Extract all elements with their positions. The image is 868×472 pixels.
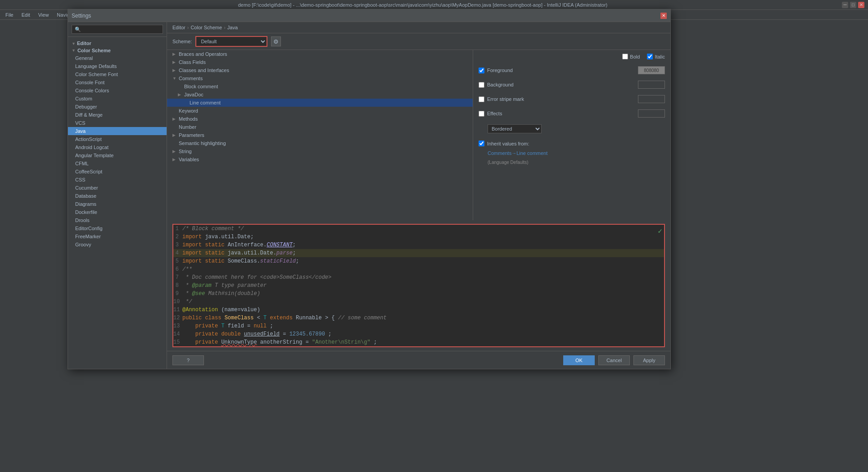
sidebar-database[interactable]: Database — [68, 192, 167, 200]
italic-checkbox[interactable] — [647, 54, 653, 59]
tree-class-fields[interactable]: ▶ Class Fields — [167, 58, 473, 66]
line-num-8: 8 — [173, 281, 182, 290]
settings-sidebar: ▼ Editor ▼ Color Scheme General Language… — [68, 22, 167, 369]
code-line-15: 15 private UnknownType anotherString = "… — [173, 338, 664, 346]
error-stripe-color-swatch[interactable] — [638, 95, 665, 103]
effects-select[interactable]: Bordered Underscored Bold Underscored Do… — [488, 124, 542, 133]
code-line-12: 12 public class SomeClass < T extends Ru… — [173, 314, 664, 322]
line-num-3: 3 — [173, 241, 182, 249]
tree-variables-label: Variables — [179, 157, 199, 162]
tree-methods-label: Methods — [179, 116, 198, 122]
close-ide-button[interactable]: ✕ — [858, 2, 864, 8]
sidebar-dockerfile[interactable]: Dockerfile — [68, 208, 167, 216]
sidebar-console-colors[interactable]: Console Colors — [68, 86, 167, 95]
cancel-button[interactable]: Cancel — [598, 355, 630, 365]
line-num-6: 6 — [173, 265, 182, 273]
sidebar-cucumber[interactable]: Cucumber — [68, 184, 167, 192]
inherit-link[interactable]: Comments→Line comment — [488, 150, 547, 156]
error-stripe-checkbox-label: Error stripe mark — [479, 96, 634, 102]
menu-view[interactable]: View — [35, 11, 53, 18]
code-preview: ✓ 1 /* Block comment */ 2 import java.ut… — [172, 224, 665, 347]
dialog-close-button[interactable]: ✕ — [660, 13, 667, 19]
sidebar-java[interactable]: Java — [68, 127, 167, 135]
tree-comments[interactable]: ▼ Comments — [167, 74, 473, 82]
tree-keyword[interactable]: Keyword — [167, 107, 473, 115]
search-input[interactable] — [72, 25, 163, 34]
menu-file[interactable]: File — [2, 11, 17, 18]
sidebar-groovy[interactable]: Groovy — [68, 241, 167, 249]
tree-block-comment[interactable]: Block comment — [167, 82, 473, 91]
menu-edit[interactable]: Edit — [18, 11, 34, 18]
sidebar-custom[interactable]: Custom — [68, 95, 167, 103]
line-num-14: 14 — [173, 330, 182, 338]
sidebar-editorconfig[interactable]: EditorConfig — [68, 224, 167, 232]
scheme-label: Scheme: — [172, 39, 192, 44]
tree-string[interactable]: ▶ String — [167, 147, 473, 155]
effects-row: Effects — [479, 108, 665, 119]
maximize-button[interactable]: □ — [850, 2, 856, 8]
sidebar-console-font[interactable]: Console Font — [68, 78, 167, 86]
sidebar-vcs[interactable]: VCS — [68, 119, 167, 127]
sidebar-diagrams[interactable]: Diagrams — [68, 200, 167, 208]
code-content-8: * @param T type parameter — [182, 281, 664, 290]
tree-classes-interfaces-label: Classes and Interfaces — [179, 68, 229, 73]
sidebar-freemarker[interactable]: FreeMarker — [68, 232, 167, 241]
foreground-checkbox-label: Foreground — [479, 68, 634, 73]
sidebar-debugger[interactable]: Debugger — [68, 103, 167, 111]
sidebar-coffeescript[interactable]: CoffeeScript — [68, 168, 167, 176]
foreground-label: Foreground — [487, 68, 513, 73]
sidebar-android-logcat[interactable]: Android Logcat — [68, 143, 167, 151]
sidebar-cfml[interactable]: CFML — [68, 159, 167, 168]
apply-button[interactable]: Apply — [633, 355, 665, 365]
scheme-row: Scheme: Default Darcula High Contrast Mo… — [167, 33, 670, 50]
sidebar-angular-template[interactable]: Angular Template — [68, 151, 167, 159]
search-box — [68, 22, 167, 37]
content-split: ▶ Braces and Operators ▶ Class Fields ▶ … — [167, 50, 670, 220]
error-stripe-checkbox[interactable] — [479, 96, 484, 102]
tree-number[interactable]: Number — [167, 123, 473, 131]
tree-javadoc[interactable]: ▶ JavaDoc — [167, 91, 473, 99]
bold-checkbox[interactable] — [622, 54, 628, 59]
line-num-7: 7 — [173, 273, 182, 281]
foreground-checkbox[interactable] — [479, 68, 484, 73]
tree-line-comment[interactable]: Line comment — [167, 99, 473, 107]
sidebar-color-scheme-font[interactable]: Color Scheme Font — [68, 70, 167, 78]
scheme-select[interactable]: Default Darcula High Contrast Monokai — [195, 36, 267, 47]
breadcrumb: Editor › Color Scheme › Java — [167, 22, 670, 33]
minimize-button[interactable]: ─ — [842, 2, 848, 8]
background-color-swatch[interactable] — [638, 81, 665, 89]
foreground-color-swatch[interactable]: 808080 — [638, 66, 665, 74]
scheme-gear-button[interactable]: ⚙ — [271, 36, 281, 46]
help-button[interactable]: ? — [172, 355, 204, 365]
sidebar-general[interactable]: General — [68, 54, 167, 62]
sidebar-diff-merge[interactable]: Diff & Merge — [68, 111, 167, 119]
bold-checkbox-label: Bold — [622, 54, 640, 59]
inherit-checkbox[interactable] — [479, 141, 484, 146]
classes-interfaces-arrow: ▶ — [172, 68, 177, 73]
tree-braces[interactable]: ▶ Braces and Operators — [167, 50, 473, 58]
settings-main: Editor › Color Scheme › Java Scheme: Def… — [167, 22, 670, 369]
ok-button[interactable]: OK — [563, 355, 595, 365]
breadcrumb-sep2: › — [224, 25, 226, 30]
sidebar-colorscheme[interactable]: ▼ Color Scheme — [68, 47, 167, 54]
tree-methods[interactable]: ▶ Methods — [167, 115, 473, 123]
background-label: Background — [487, 82, 514, 87]
error-stripe-row: Error stripe mark — [479, 94, 665, 104]
inherit-label: Inherit values from: — [487, 141, 529, 146]
tree-variables[interactable]: ▶ Variables — [167, 155, 473, 163]
tree-classes-interfaces[interactable]: ▶ Classes and Interfaces — [167, 66, 473, 74]
tree-parameters[interactable]: ▶ Parameters — [167, 131, 473, 139]
sidebar-drools[interactable]: Drools — [68, 216, 167, 224]
effects-color-swatch[interactable] — [638, 109, 665, 118]
methods-arrow: ▶ — [172, 117, 177, 121]
code-content-13: private T field = null ; — [182, 322, 664, 330]
sidebar-language-defaults[interactable]: Language Defaults — [68, 62, 167, 70]
inherit-sub: (Language Defaults) — [479, 160, 665, 165]
sidebar-editor-label[interactable]: ▼ Editor — [68, 39, 167, 47]
tree-semantic[interactable]: Semantic highlighting — [167, 139, 473, 147]
sidebar-actionscript[interactable]: ActionScript — [68, 135, 167, 143]
effects-checkbox[interactable] — [479, 111, 484, 117]
background-checkbox[interactable] — [479, 82, 484, 88]
braces-arrow: ▶ — [172, 52, 177, 56]
sidebar-css[interactable]: CSS — [68, 176, 167, 184]
